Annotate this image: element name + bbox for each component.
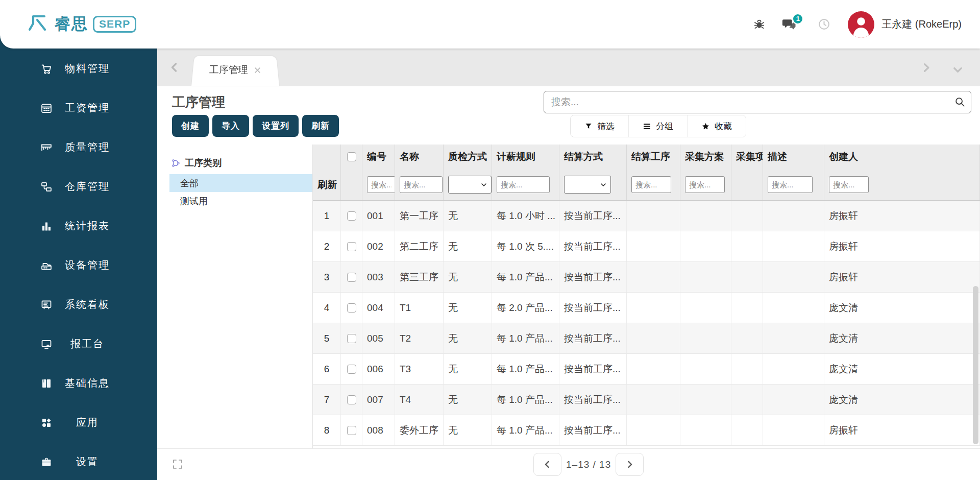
column-header-创建人[interactable]: 创建人 xyxy=(824,145,980,169)
table-row[interactable]: 8008委外工序无每 1.0 产品...按当前工序...房振轩 xyxy=(313,415,980,446)
table-row[interactable]: 5005T2无每 1.0 产品...按当前工序...庞文清 xyxy=(313,323,980,354)
category-item-全部[interactable]: 全部 xyxy=(169,174,312,192)
sidebar-item-仓库管理[interactable]: 仓库管理 xyxy=(0,167,157,206)
vertical-scrollbar-thumb[interactable] xyxy=(973,286,978,444)
table-row[interactable]: 3003第三工序无每 1.0 产品...按当前工序...房振轩 xyxy=(313,262,980,293)
user-name[interactable]: 王永建 (RokeErp) xyxy=(881,17,962,31)
sidebar-item-应用[interactable]: 应用 xyxy=(0,403,157,442)
row-checkbox[interactable] xyxy=(347,303,356,313)
tab-scroll-left-icon[interactable] xyxy=(168,61,181,76)
table-row[interactable]: 1001第一工序无每 1.0 小时 ...按当前工序...房振轩 xyxy=(313,201,980,231)
grid-header-row: 编号名称质检方式计薪规则结算方式结算工序采集方案采集项描述创建人 xyxy=(313,145,980,169)
column-header-计薪规则[interactable]: 计薪规则 xyxy=(492,145,559,169)
toolbar-分组-button[interactable]: 分组 xyxy=(628,115,687,137)
cell-value: T2 xyxy=(400,333,411,344)
filter-input-名称[interactable] xyxy=(400,176,443,193)
sidebar-item-物料管理[interactable]: 物料管理 xyxy=(0,49,157,88)
table-row[interactable]: 4004T1无每 2.0 产品...按当前工序...庞文清 xyxy=(313,293,980,323)
cell-描述 xyxy=(763,323,824,353)
column-header-select[interactable] xyxy=(341,145,362,169)
cell-描述 xyxy=(763,262,824,292)
cell-index: 7 xyxy=(313,385,341,415)
filter-input-结算工序[interactable] xyxy=(631,176,671,193)
debug-icon[interactable] xyxy=(753,18,766,31)
sidebar-item-设备管理[interactable]: 设备管理 xyxy=(0,246,157,285)
action-button-row: 创建导入设置列刷新 xyxy=(172,115,339,137)
toolbar-收藏-button[interactable]: 收藏 xyxy=(687,115,746,137)
cell-index: 8 xyxy=(313,415,341,445)
filter-input-编号[interactable] xyxy=(367,176,395,193)
category-list: 全部测试用 xyxy=(169,174,312,210)
cell-结算方式: 按当前工序... xyxy=(559,415,627,445)
pagination-next-button[interactable] xyxy=(616,453,644,476)
sidebar-item-质量管理[interactable]: 质量管理 xyxy=(0,128,157,167)
activity-clock-icon[interactable] xyxy=(818,18,830,31)
cell-select xyxy=(341,415,362,445)
tab-scroll-right-icon[interactable] xyxy=(920,62,932,76)
cell-描述 xyxy=(763,354,824,384)
sidebar-item-报工台[interactable]: 报工台 xyxy=(0,324,157,364)
search-input[interactable] xyxy=(544,91,971,113)
table-row[interactable]: 6006T3无每 1.0 产品...按当前工序...庞文清 xyxy=(313,354,980,385)
grid-filter-row: 刷新 xyxy=(313,169,980,201)
app-logo[interactable]: 睿思 SERP xyxy=(27,12,136,36)
tab-process-management[interactable]: 工序管理 xyxy=(191,54,279,86)
sidebar-item-工资管理[interactable]: 工资管理 xyxy=(0,88,157,128)
filter-cell-质检方式 xyxy=(444,169,492,200)
category-item-测试用[interactable]: 测试用 xyxy=(169,192,312,210)
fullscreen-expand-icon[interactable] xyxy=(172,458,184,472)
action-button-设置列[interactable]: 设置列 xyxy=(253,115,299,137)
row-checkbox[interactable] xyxy=(347,395,356,404)
row-checkbox[interactable] xyxy=(347,365,356,374)
column-header-描述[interactable]: 描述 xyxy=(763,145,824,169)
filter-input-描述[interactable] xyxy=(768,176,813,193)
filter-select-质检方式[interactable] xyxy=(448,176,492,194)
row-checkbox[interactable] xyxy=(347,334,356,343)
table-row[interactable]: 7007T4无每 1.0 产品...按当前工序...庞文清 xyxy=(313,385,980,415)
toolbar-筛选-button[interactable]: 筛选 xyxy=(571,115,628,137)
cell-结算工序 xyxy=(627,201,680,231)
tab-list-dropdown-icon[interactable] xyxy=(952,64,964,78)
table-row[interactable]: 2002第二工序无每 1.0 次 5....按当前工序...房振轩 xyxy=(313,231,980,262)
action-button-刷新[interactable]: 刷新 xyxy=(302,115,339,137)
column-header-编号[interactable]: 编号 xyxy=(362,145,395,169)
column-header-采集项[interactable]: 采集项 xyxy=(731,145,763,169)
column-header-结算工序[interactable]: 结算工序 xyxy=(627,145,680,169)
sidebar: 物料管理工资管理质量管理仓库管理统计报表设备管理系统看板报工台基础信息应用设置 xyxy=(0,0,157,480)
cell-value: 无 xyxy=(448,393,458,406)
row-checkbox[interactable] xyxy=(347,211,356,221)
filter-input-采集方案[interactable] xyxy=(685,176,725,193)
column-header-采集方案[interactable]: 采集方案 xyxy=(680,145,731,169)
cell-结算方式: 按当前工序... xyxy=(559,231,627,261)
cell-value: 庞文清 xyxy=(829,363,858,376)
messages-icon[interactable]: 1 xyxy=(782,18,796,31)
cell-创建人: 房振轩 xyxy=(824,231,980,261)
filter-select-结算方式[interactable] xyxy=(564,176,611,194)
sidebar-item-基础信息[interactable]: 基础信息 xyxy=(0,364,157,403)
grid-refresh-button[interactable]: 刷新 xyxy=(317,178,337,191)
sidebar-item-设置[interactable]: 设置 xyxy=(0,442,157,480)
sidebar-item-统计报表[interactable]: 统计报表 xyxy=(0,206,157,246)
column-header-结算方式[interactable]: 结算方式 xyxy=(559,145,627,169)
column-header-名称[interactable]: 名称 xyxy=(395,145,444,169)
action-button-导入[interactable]: 导入 xyxy=(212,115,249,137)
filter-input-计薪规则[interactable] xyxy=(497,176,550,193)
cell-编号: 002 xyxy=(362,231,395,261)
filter-input-创建人[interactable] xyxy=(829,176,869,193)
row-checkbox[interactable] xyxy=(347,426,356,435)
user-avatar[interactable] xyxy=(848,11,874,38)
sidebar-item-label: 设备管理 xyxy=(60,258,115,272)
row-checkbox[interactable] xyxy=(347,273,356,282)
row-checkbox[interactable] xyxy=(347,242,356,251)
sidebar-item-系统看板[interactable]: 系统看板 xyxy=(0,285,157,324)
cell-value: 房振轩 xyxy=(829,240,858,253)
cell-value: 按当前工序... xyxy=(564,209,621,223)
search-icon[interactable] xyxy=(954,96,966,110)
tab-close-icon[interactable] xyxy=(254,66,261,74)
action-button-创建[interactable]: 创建 xyxy=(172,115,209,137)
book-icon xyxy=(40,377,53,390)
column-header-质检方式[interactable]: 质检方式 xyxy=(444,145,492,169)
pagination-prev-button[interactable] xyxy=(533,453,561,476)
cell-采集方案 xyxy=(680,385,731,415)
select-all-checkbox[interactable] xyxy=(347,152,356,161)
